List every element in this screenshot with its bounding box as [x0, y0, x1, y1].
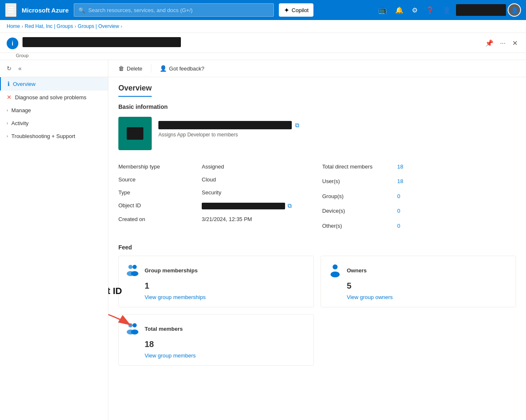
feed-cards-bottom-empty: [321, 314, 516, 366]
sidebar-troubleshooting-label: Troubleshooting + Support: [11, 133, 75, 139]
overview-title: Overview: [118, 84, 152, 97]
feed-card-members-count: 18: [125, 340, 307, 349]
value-membership-type: Assigned: [202, 160, 312, 173]
copilot-button[interactable]: ✦ Copilot: [279, 3, 313, 17]
resource-name-redacted: [23, 37, 181, 47]
chevron-activity-icon: ›: [7, 121, 8, 126]
feedback-icon: 👤: [160, 65, 167, 72]
help-button[interactable]: ❓: [423, 3, 438, 18]
resource-type-label: Group: [16, 53, 526, 60]
breadcrumb-sep-1: ›: [22, 24, 23, 29]
svg-point-5: [333, 264, 338, 269]
value-others[interactable]: 0: [397, 219, 516, 234]
label-total-direct: Total direct members: [322, 160, 397, 175]
label-object-id: Object ID: [118, 199, 202, 213]
main-layout: ↻ « ℹ Overview ✕ Diagnose and solve prob…: [0, 60, 526, 420]
breadcrumb: Home › Red Hat, Inc | Groups › Groups | …: [0, 20, 526, 33]
chevron-troubleshooting-icon: ›: [7, 134, 8, 138]
resource-header: i 📌 ··· ✕: [0, 33, 526, 53]
feed-cards-top: Group memberships 1 View group membershi…: [118, 256, 516, 307]
info-columns: Membership type Assigned Source Cloud Ty…: [118, 160, 516, 234]
view-group-members-link[interactable]: View group members: [125, 352, 307, 359]
right-info-grid: Total direct members 18 User(s) 18 Group…: [322, 160, 516, 234]
sidebar-item-overview[interactable]: ℹ Overview: [0, 77, 108, 91]
account-name-block: [456, 4, 506, 16]
breadcrumb-overview[interactable]: Groups | Overview: [78, 23, 119, 29]
label-users: User(s): [322, 175, 397, 189]
feed-card-memberships-title: Group memberships: [145, 267, 198, 274]
svg-point-4: [131, 271, 138, 276]
breadcrumb-home[interactable]: Home: [7, 23, 20, 29]
avatar-icon: 👤: [511, 7, 518, 13]
feed-card-owners: Owners 5 View group owners: [321, 256, 516, 307]
content-area: 🗑 Delete 👤 Got feedback? Overview Basic …: [108, 60, 526, 420]
copilot-icon: ✦: [284, 6, 289, 14]
svg-point-10: [131, 329, 138, 334]
group-identity: ⧉ Assigns App Developer to members: [118, 117, 516, 150]
breadcrumb-groups[interactable]: Red Hat, Inc | Groups: [25, 23, 73, 29]
pin-button[interactable]: 📌: [483, 38, 495, 49]
app-logo: Microsoft Azure: [22, 7, 69, 14]
label-membership-type: Membership type: [118, 160, 202, 173]
feed-card-members-title: Total members: [145, 326, 183, 332]
resource-name: [23, 37, 479, 49]
value-source: Cloud: [202, 173, 312, 186]
overview-section: Overview Basic information ⧉ Assigns App…: [108, 77, 526, 372]
feedback-button[interactable]: 👤 Got feedback?: [156, 63, 208, 73]
account-settings-button[interactable]: 👤: [439, 3, 454, 18]
value-groups[interactable]: 0: [397, 190, 516, 204]
value-type: Security: [202, 186, 312, 199]
more-options-button[interactable]: ···: [498, 38, 507, 49]
refresh-button[interactable]: ↻: [5, 63, 13, 73]
view-group-memberships-link[interactable]: View group memberships: [125, 294, 307, 300]
menu-button[interactable]: ☰: [5, 3, 17, 17]
view-group-owners-link[interactable]: View group owners: [328, 294, 509, 300]
svg-point-1: [128, 265, 133, 269]
label-type: Type: [118, 186, 202, 199]
sidebar-item-diagnose[interactable]: ✕ Diagnose and solve problems: [0, 91, 108, 104]
alerts-button[interactable]: 🔔: [392, 3, 407, 18]
delete-label: Delete: [127, 65, 143, 72]
copy-name-icon[interactable]: ⧉: [295, 122, 299, 129]
feed-title: Feed: [118, 244, 516, 251]
search-bar[interactable]: 🔍: [74, 3, 274, 17]
copy-object-id-icon[interactable]: ⧉: [288, 202, 292, 209]
settings-button[interactable]: ⚙: [408, 3, 421, 18]
avatar[interactable]: 👤: [508, 3, 521, 17]
search-input[interactable]: [88, 7, 269, 13]
feedback-label: Got feedback?: [169, 65, 205, 72]
content-toolbar: 🗑 Delete 👤 Got feedback?: [108, 60, 526, 77]
label-others: Other(s): [322, 219, 397, 234]
feed-card-owners-header: Owners: [328, 263, 509, 278]
basic-info-title: Basic information: [118, 103, 516, 110]
sidebar-item-activity[interactable]: › Activity: [0, 117, 108, 130]
resource-header-container: i 📌 ··· ✕ Group: [0, 33, 526, 60]
close-button[interactable]: ✕: [511, 38, 519, 49]
group-name-redacted: [158, 121, 292, 129]
value-users[interactable]: 18: [397, 175, 516, 189]
collapse-button[interactable]: «: [17, 63, 23, 73]
feed-section: Group Object ID Feed: [118, 244, 516, 366]
value-total-direct[interactable]: 18: [397, 160, 516, 175]
delete-button[interactable]: 🗑 Delete: [115, 63, 146, 73]
value-devices[interactable]: 0: [397, 204, 516, 219]
feed-card-owners-title: Owners: [347, 267, 367, 274]
topbar: ☰ Microsoft Azure 🔍 ✦ Copilot 📺 🔔 ⚙ ❓ 👤 …: [0, 0, 526, 20]
owners-icon: [328, 263, 343, 278]
group-name-row: ⧉: [158, 121, 299, 129]
breadcrumb-sep-2: ›: [75, 24, 76, 29]
resource-header-actions: 📌 ··· ✕: [483, 38, 519, 49]
sidebar-item-troubleshooting[interactable]: › Troubleshooting + Support: [0, 130, 108, 143]
value-object-id: ⧉: [202, 199, 312, 213]
svg-point-7: [128, 323, 133, 327]
group-avatar-inner: [127, 127, 143, 140]
full-page: ☰ Microsoft Azure 🔍 ✦ Copilot 📺 🔔 ⚙ ❓ 👤 …: [0, 0, 526, 420]
resource-type-icon: i: [7, 38, 18, 49]
label-source: Source: [118, 173, 202, 186]
notifications-button[interactable]: 📺: [375, 3, 390, 18]
object-id-redacted: [202, 203, 285, 209]
sidebar-item-manage[interactable]: › Manage: [0, 104, 108, 117]
feed-card-members-header: Total members: [125, 321, 307, 336]
left-info-grid: Membership type Assigned Source Cloud Ty…: [118, 160, 312, 226]
feed-card-group-memberships: Group memberships 1 View group membershi…: [118, 256, 314, 307]
